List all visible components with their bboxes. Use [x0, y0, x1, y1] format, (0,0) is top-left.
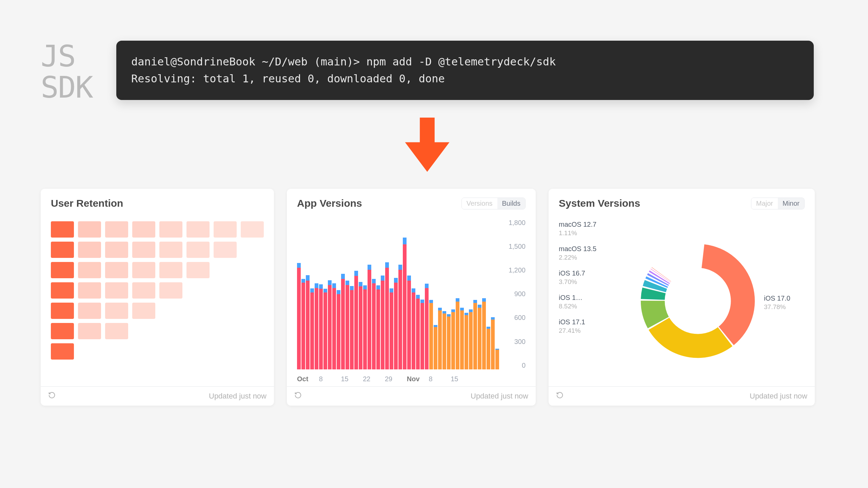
card-system-versions: System Versions Major Minor macOS 12.71.…: [549, 189, 815, 406]
x-axis: Oct8152229Nov815: [297, 375, 473, 383]
updated-label: Updated just now: [471, 392, 528, 401]
terminal-block: daniel@SondrineBook ~/D/web (main)> npm …: [116, 41, 814, 100]
terminal-line: Resolving: total 1, reused 0, downloaded…: [131, 70, 799, 87]
card-user-retention: User Retention Updated just now: [41, 189, 274, 406]
pill-builds[interactable]: Builds: [497, 198, 525, 209]
card-app-versions: App Versions Versions Builds Oct8152229N…: [287, 189, 536, 406]
terminal-line: daniel@SondrineBook ~/D/web (main)> npm …: [131, 54, 799, 70]
donut-chart: [635, 238, 761, 364]
refresh-icon[interactable]: [294, 391, 302, 401]
pill-minor[interactable]: Minor: [778, 198, 804, 209]
pill-major[interactable]: Major: [751, 198, 778, 209]
updated-label: Updated just now: [209, 392, 267, 401]
card-title: User Retention: [51, 198, 123, 209]
pill-versions[interactable]: Versions: [462, 198, 497, 209]
donut-labels-left: macOS 12.71.11%macOS 13.52.22%iOS 16.73.…: [559, 219, 632, 383]
retention-heatmap: [51, 221, 264, 360]
refresh-icon[interactable]: [556, 391, 564, 401]
donut-labels-right: iOS 17.037.78%: [764, 219, 805, 383]
y-axis: 1,8001,5001,2009006003000: [499, 219, 526, 383]
updated-label: Updated just now: [750, 392, 807, 401]
segmented-control[interactable]: Major Minor: [751, 198, 805, 209]
bar-chart: [297, 219, 499, 369]
segmented-control[interactable]: Versions Builds: [461, 198, 526, 209]
card-title: System Versions: [559, 198, 640, 209]
refresh-icon[interactable]: [48, 391, 56, 401]
page-title: JSSDK: [41, 41, 93, 103]
arrow-down-icon: [402, 118, 453, 172]
card-title: App Versions: [297, 198, 362, 209]
